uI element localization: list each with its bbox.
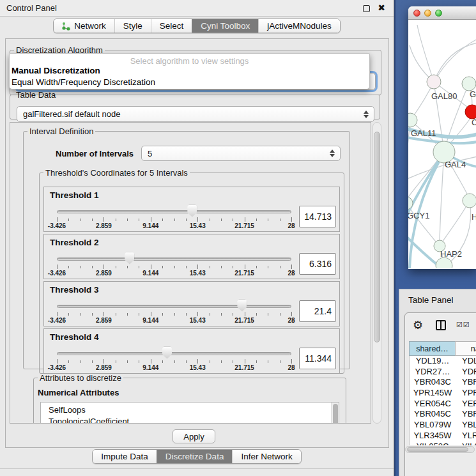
threshold-2-row: -3.4262.8599.14415.4321.715286.316 (44, 249, 339, 279)
tick-mark (210, 219, 210, 221)
threshold-3-label: Threshold 3 (50, 285, 99, 295)
table-cell: YER054C (410, 399, 456, 410)
table-row[interactable]: YLR345WYLR3 (410, 431, 476, 441)
table-row[interactable]: YPR145WYPR1 (410, 388, 476, 399)
threshold-3-slider[interactable]: -3.4262.8599.14415.4321.71528 (57, 297, 291, 325)
thresholds-group: Threshold's Coordinates for 5 Intervals … (39, 168, 344, 374)
numerical-attributes-list[interactable]: SelfLoopsTopologicalCoefficientBetweenne… (40, 402, 339, 424)
close-traffic-light-icon[interactable] (413, 10, 420, 17)
tick-mark (245, 265, 245, 269)
panel-vertical-scrollbar[interactable] (372, 122, 381, 424)
tab-cyni-toolbox[interactable]: Cyni Toolbox (192, 19, 258, 33)
tick-mark (57, 217, 58, 222)
tab-discretize-data[interactable]: Discretize Data (157, 450, 233, 463)
tick-mark (268, 313, 268, 316)
tab-style[interactable]: Style (114, 19, 151, 33)
tick-label: 15.43 (190, 364, 206, 371)
attribute-item-topologicalcoefficient[interactable]: TopologicalCoefficient (41, 416, 339, 424)
attributes-group: Attributes to discretize Numerical Attri… (33, 373, 346, 424)
column-header-shared-[interactable]: shared… (409, 341, 455, 356)
slider-thumb[interactable] (162, 347, 172, 359)
table-cell: YIL053C (410, 441, 456, 446)
table-row[interactable]: YBR043CYBR0 (410, 377, 476, 388)
tick-label: 15.43 (190, 270, 206, 277)
num-intervals-combobox[interactable]: 5 (141, 146, 341, 161)
node-label-c: C (472, 118, 476, 127)
attribute-item-selfloops[interactable]: SelfLoops (41, 404, 339, 416)
tab-impute-data[interactable]: Impute Data (93, 450, 157, 463)
network-node-gal80[interactable] (427, 75, 441, 89)
threshold-1-value-field[interactable]: 14.713 (299, 206, 336, 227)
tick-mark (256, 313, 257, 316)
tick-mark (116, 313, 116, 316)
table-row[interactable]: YBR045CYBR0 (410, 409, 476, 420)
network-node-h[interactable] (463, 194, 476, 208)
threshold-3-row: -3.4262.8599.14415.4321.7152821.4 (44, 296, 339, 326)
network-node[interactable] (436, 257, 452, 268)
column-layout-icon[interactable] (436, 320, 446, 330)
slider-thumb[interactable] (237, 300, 247, 312)
tab-jactivemnodules[interactable]: jActiveMNodules (258, 19, 340, 33)
table-row[interactable]: YIL053CYIL0 (410, 441, 476, 446)
minimize-traffic-light-icon[interactable] (424, 10, 431, 17)
close-icon[interactable]: ✖ (378, 3, 385, 13)
slider-thumb[interactable] (125, 252, 134, 265)
threshold-4-slider[interactable]: -3.4262.8599.14415.4321.71528 (57, 344, 291, 372)
tick-label: -3.426 (48, 270, 66, 277)
table-row[interactable]: YBL079WYBL0 (410, 420, 476, 431)
dropdown-option-equal-width-frequency-discretization[interactable]: Equal Width/Frequency Discretization (10, 77, 369, 88)
threshold-3-value-field[interactable]: 21.4 (299, 300, 336, 322)
threshold-4-value-field[interactable]: 11.344 (299, 348, 336, 369)
column-header-name[interactable]: name (455, 341, 476, 356)
tick-label: 2.859 (96, 364, 112, 371)
slider-track[interactable] (57, 352, 291, 355)
tick-mark (81, 313, 81, 316)
threshold-2-panel: Threshold 2-3.4262.8599.14415.4321.71528… (43, 234, 340, 279)
scrollbar-thumb[interactable] (407, 447, 468, 452)
control-panel-titlebar[interactable]: Control Panel ✖ (0, 0, 394, 17)
threshold-2-value-field[interactable]: 6.316 (299, 253, 336, 275)
threshold-3-panel: Threshold 3-3.4262.8599.14415.4321.71528… (43, 281, 340, 326)
threshold-2-slider[interactable]: -3.4262.8599.14415.4321.71528 (57, 250, 291, 278)
scrollbar-thumb[interactable] (374, 132, 380, 342)
tick-mark (280, 266, 280, 268)
scrollbar-thumb[interactable] (333, 404, 338, 424)
tick-label: 9.144 (142, 270, 158, 277)
apply-button[interactable]: Apply (173, 429, 215, 443)
table-cell: YER0 (456, 399, 476, 410)
combobox-stepper-icon (330, 150, 335, 157)
table-row[interactable]: YDL19…YDL1 (410, 356, 476, 367)
slider-track[interactable] (57, 257, 291, 261)
float-window-icon[interactable] (363, 5, 370, 12)
table-cell: YPR1 (456, 388, 476, 399)
attributes-list-scrollbar[interactable] (331, 403, 339, 424)
table-data-combobox[interactable]: galFiltered.sif default node (17, 106, 374, 122)
threshold-4-row: -3.4262.8599.14415.4321.7152811.344 (44, 343, 339, 373)
table-horizontal-scrollbar[interactable] (405, 446, 475, 453)
threshold-1-panel: Threshold 1-3.4262.8599.14415.4321.71528… (43, 187, 340, 232)
tick-mark (57, 312, 58, 316)
network-graph[interactable]: GAL80GACGAL11GAL4GCY1HHAP2 (408, 20, 476, 268)
table-cell: YDR27… (410, 367, 456, 378)
table-cell: YBL079W (410, 420, 456, 431)
table-row[interactable]: YDR27…YDR2 (410, 367, 476, 378)
tab-infer-network[interactable]: Infer Network (232, 450, 300, 463)
network-node-c[interactable] (465, 105, 476, 119)
table-row[interactable]: YER054CYER0 (410, 399, 476, 410)
zoom-traffic-light-icon[interactable] (435, 10, 442, 17)
network-node-gcy1[interactable] (408, 197, 413, 210)
select-columns-icon[interactable]: ☑☑ (456, 321, 470, 329)
network-window-titlebar[interactable] (408, 6, 476, 20)
slider-track[interactable] (57, 210, 291, 213)
slider-track[interactable] (57, 305, 291, 308)
tab-select[interactable]: Select (151, 19, 192, 33)
tab-network[interactable]: Network (54, 19, 114, 33)
tick-label: 2.859 (96, 222, 112, 229)
dropdown-option-manual-discretization[interactable]: Manual Discretization (10, 65, 369, 77)
slider-thumb[interactable] (187, 205, 197, 217)
tick-mark (291, 359, 292, 364)
network-node-ga[interactable] (462, 77, 476, 91)
threshold-1-slider[interactable]: -3.4262.8599.14415.4321.71528 (57, 203, 291, 231)
gear-icon[interactable]: ⚙ (413, 318, 423, 332)
algorithm-dropdown: Select algorithm to view settings Manual… (9, 53, 370, 89)
